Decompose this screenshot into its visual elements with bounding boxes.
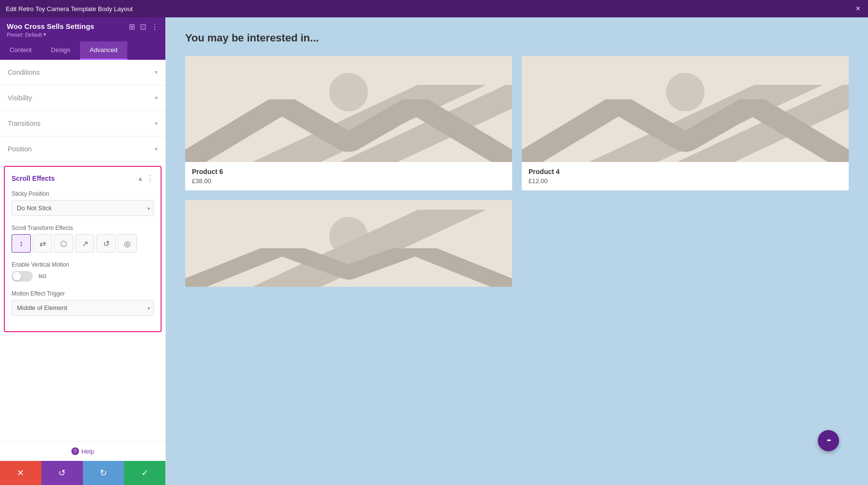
- header-actions: ⊞ ⊡ ⋮: [129, 22, 159, 31]
- accordion-position-header[interactable]: Position ▾: [0, 136, 165, 162]
- chevron-svg: [185, 248, 512, 287]
- copy-icon[interactable]: ⊞: [129, 22, 135, 31]
- preview-heading: You may be interested in...: [185, 32, 849, 44]
- product-card-6: Product 6 £38.00: [185, 56, 512, 190]
- placeholder-image: [185, 56, 512, 162]
- product-name-6: Product 6: [192, 168, 505, 175]
- vertical-motion-toggle[interactable]: [12, 271, 33, 282]
- help-icon: ?: [71, 447, 79, 455]
- vertical-motion-label: Enable Vertical Motion: [12, 261, 154, 268]
- accordion-position: Position ▾: [0, 136, 165, 162]
- product-card-4: Product 4 £12.00: [522, 56, 849, 190]
- save-button[interactable]: ✓: [124, 461, 165, 485]
- accordion-conditions-header[interactable]: Conditions ▾: [0, 60, 165, 85]
- more-options-icon[interactable]: ⋮: [146, 174, 154, 183]
- accordion-transitions: Transitions ▾: [0, 111, 165, 136]
- product-image-3: [185, 200, 512, 287]
- placeholder-image: [522, 56, 849, 162]
- motion-trigger-select[interactable]: Middle of Element Top of Element Bottom …: [12, 300, 154, 316]
- help-row[interactable]: ? Help: [0, 441, 165, 461]
- more-icon[interactable]: ⋮: [151, 22, 159, 31]
- vertical-motion-icon[interactable]: ↕: [12, 234, 31, 253]
- transform-icons-row: ↕ ⇄ ⬡ ↗ ↺ ◎: [12, 234, 154, 253]
- chevron-svg: [522, 99, 849, 162]
- tabs: Content Design Advanced: [0, 41, 165, 60]
- scroll-transform-field: Scroll Transform Effects ↕ ⇄ ⬡ ↗ ↺ ◎: [12, 225, 154, 253]
- module-title: Woo Cross Sells Settings: [7, 22, 94, 30]
- product-name-4: Product 4: [529, 168, 842, 175]
- close-button[interactable]: ×: [854, 2, 862, 15]
- tab-content[interactable]: Content: [0, 41, 41, 60]
- products-grid: Product 6 £38.00: [185, 56, 849, 287]
- chevron-down-icon: ▾: [155, 69, 158, 76]
- product-info-6: Product 6 £38.00: [185, 162, 512, 190]
- discard-button[interactable]: ✕: [0, 461, 41, 485]
- action-bar: ✕ ↺ ↻ ✓: [0, 461, 165, 485]
- placeholder-image: [185, 200, 512, 287]
- fade-icon[interactable]: ⬡: [54, 234, 73, 253]
- product-image-4: [522, 56, 849, 162]
- tab-design[interactable]: Design: [41, 41, 80, 60]
- scroll-transform-label: Scroll Transform Effects: [12, 225, 154, 231]
- sticky-position-select[interactable]: Do Not Stick Stick to Top Stick to Botto…: [12, 200, 154, 216]
- vertical-motion-field: Enable Vertical Motion NO: [12, 261, 154, 282]
- product-card-3: [185, 200, 512, 287]
- title-bar: Edit Retro Toy Camera Template Body Layo…: [0, 0, 868, 17]
- accordion-visibility: Visibility ▾: [0, 85, 165, 111]
- sidebar-content: Conditions ▾ Visibility ▾ Transitions ▾: [0, 60, 165, 441]
- undo-icon: ↺: [58, 468, 66, 478]
- title-bar-text: Edit Retro Toy Camera Template Body Layo…: [6, 5, 133, 13]
- app-body: Woo Cross Sells Settings Preset: Default…: [0, 17, 868, 485]
- product-info-4: Product 4 £12.00: [522, 162, 849, 190]
- sidebar: Woo Cross Sells Settings Preset: Default…: [0, 17, 166, 485]
- scroll-effects-header: Scroll Effects ▴ ⋮: [12, 174, 154, 183]
- chevron-svg: [185, 99, 512, 162]
- sidebar-header: Woo Cross Sells Settings Preset: Default…: [0, 17, 165, 41]
- motion-trigger-field: Motion Effect Trigger Middle of Element …: [12, 290, 154, 316]
- undo-button[interactable]: ↺: [41, 461, 83, 485]
- product-image-6: [185, 56, 512, 162]
- sticky-position-select-wrapper: Do Not Stick Stick to Top Stick to Botto…: [12, 200, 154, 216]
- accordion-transitions-header[interactable]: Transitions ▾: [0, 111, 165, 136]
- sticky-position-field: Sticky Position Do Not Stick Stick to To…: [12, 190, 154, 216]
- save-icon: ✓: [141, 468, 149, 478]
- redo-button[interactable]: ↻: [83, 461, 124, 485]
- chevron-down-icon: ▾: [155, 146, 158, 152]
- product-price-4: £12.00: [529, 177, 842, 185]
- horizontal-motion-icon[interactable]: ⇄: [33, 234, 52, 253]
- chevron-down-icon: ▾: [155, 120, 158, 127]
- redo-icon: ↻: [100, 468, 107, 478]
- grid-icon[interactable]: ⊡: [140, 22, 146, 31]
- chevron-down-icon: ▾: [155, 94, 158, 101]
- motion-trigger-label: Motion Effect Trigger: [12, 290, 154, 297]
- toggle-state-label: NO: [39, 273, 47, 279]
- scale-icon[interactable]: ◎: [118, 234, 137, 253]
- motion-trigger-select-wrapper: Middle of Element Top of Element Bottom …: [12, 300, 154, 316]
- rotate-icon[interactable]: ↺: [96, 234, 116, 253]
- scroll-effects-section: Scroll Effects ▴ ⋮ Sticky Position Do No…: [4, 166, 162, 332]
- fab-icon: •••: [827, 437, 830, 444]
- sticky-position-label: Sticky Position: [12, 190, 154, 197]
- scroll-effects-icons: ▴ ⋮: [138, 174, 154, 183]
- accordion-visibility-header[interactable]: Visibility ▾: [0, 85, 165, 110]
- product-price-6: £38.00: [192, 177, 505, 185]
- accordion-conditions: Conditions ▾: [0, 60, 165, 85]
- toggle-knob: [13, 272, 21, 281]
- blur-icon[interactable]: ↗: [75, 234, 95, 253]
- collapse-icon[interactable]: ▴: [138, 174, 142, 183]
- tab-advanced[interactable]: Advanced: [80, 41, 127, 60]
- fab-button[interactable]: •••: [818, 430, 839, 451]
- preview-area: You may be interested in...: [166, 17, 868, 485]
- toggle-wrapper: NO: [12, 271, 154, 282]
- scroll-effects-title: Scroll Effects: [12, 175, 54, 182]
- discard-icon: ✕: [17, 468, 24, 478]
- help-label: Help: [81, 448, 95, 455]
- preset-label[interactable]: Preset: Default ▾: [7, 31, 94, 38]
